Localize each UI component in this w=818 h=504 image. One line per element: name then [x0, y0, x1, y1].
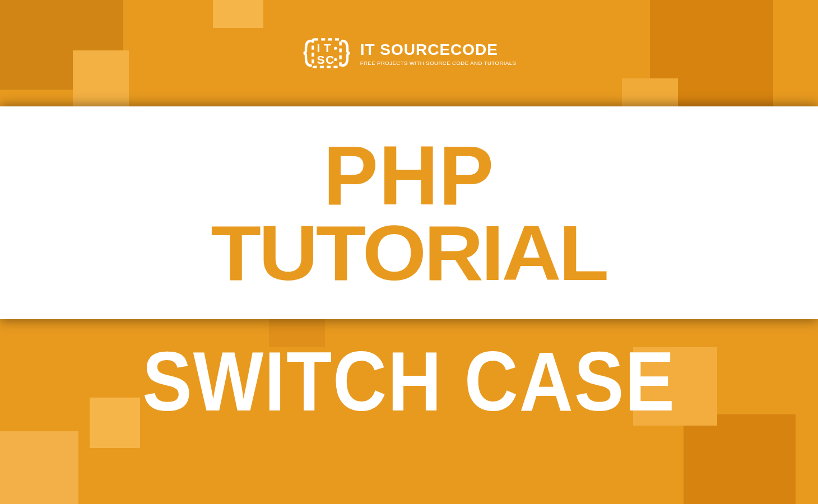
- main-title-line2: TUTORIAL: [211, 216, 607, 290]
- logo-block: I T S C IT SOURCECODE FREE PROJECTS WITH…: [302, 29, 517, 78]
- logo-icon: I T S C: [302, 29, 351, 78]
- header-section: I T S C IT SOURCECODE FREE PROJECTS WITH…: [0, 0, 818, 106]
- svg-point-6: [334, 58, 337, 61]
- svg-text:C: C: [326, 53, 334, 66]
- main-title-line1: PHP: [323, 136, 494, 216]
- logo-title: IT SOURCECODE: [360, 41, 517, 59]
- bottom-section: SWITCH CASE: [0, 319, 818, 504]
- topic-title: SWITCH CASE: [142, 333, 676, 431]
- svg-point-5: [334, 47, 337, 50]
- main-title-band: PHP TUTORIAL: [0, 106, 818, 319]
- logo-text: IT SOURCECODE FREE PROJECTS WITH SOURCE …: [360, 41, 517, 66]
- logo-tagline: FREE PROJECTS WITH SOURCE CODE AND TUTOR…: [360, 60, 517, 66]
- svg-text:I: I: [317, 41, 320, 54]
- svg-text:S: S: [317, 53, 324, 66]
- svg-text:T: T: [323, 41, 331, 54]
